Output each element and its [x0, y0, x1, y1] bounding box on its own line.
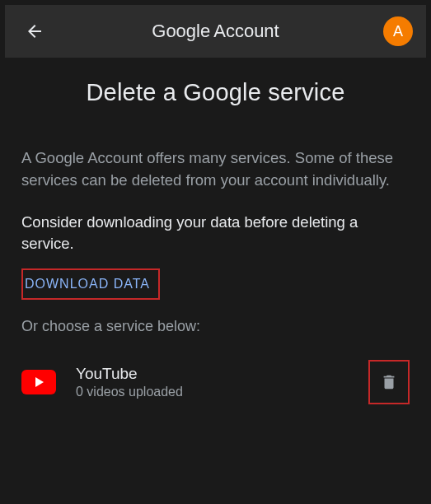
download-data-link[interactable]: DOWNLOAD DATA [21, 268, 160, 300]
delete-service-button[interactable] [368, 360, 410, 404]
header-title-light: Account [213, 21, 279, 42]
app-header: Google Account A [5, 5, 426, 58]
service-row-youtube: YouTube 0 videos uploaded [21, 357, 410, 408]
back-button[interactable] [18, 15, 51, 48]
arrow-left-icon [25, 21, 45, 41]
avatar[interactable]: A [383, 16, 413, 46]
main-content: Delete a Google service A Google Account… [5, 58, 426, 429]
trash-icon [380, 372, 398, 392]
download-instruction: Consider downloading your data before de… [21, 212, 410, 256]
header-title: Google Account [152, 21, 279, 42]
page-title: Delete a Google service [21, 79, 410, 106]
service-name: YouTube [76, 365, 349, 383]
avatar-initial: A [393, 23, 403, 40]
header-title-bold: Google [152, 21, 210, 42]
service-detail: 0 videos uploaded [76, 385, 349, 399]
service-description: A Google Account offers many services. S… [21, 147, 410, 192]
service-info: YouTube 0 videos uploaded [76, 365, 349, 399]
youtube-icon [21, 370, 56, 394]
choose-service-label: Or choose a service below: [21, 318, 410, 335]
